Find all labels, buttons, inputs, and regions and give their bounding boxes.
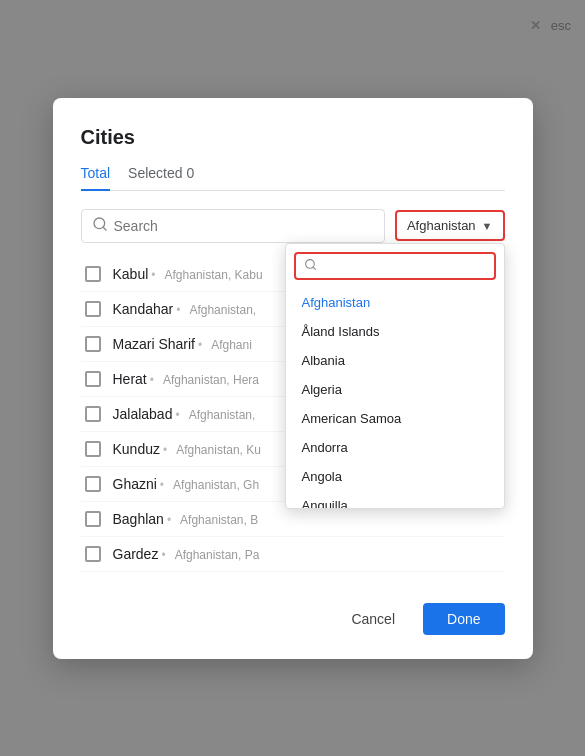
city-name: Mazari Sharif•Afghani (113, 335, 252, 353)
city-subtext: Afghanistan, Ku (176, 443, 261, 457)
city-checkbox[interactable] (85, 371, 101, 387)
city-subtext: Afghanistan, B (180, 513, 258, 527)
done-button[interactable]: Done (423, 603, 504, 635)
city-name-text: Kunduz (113, 441, 160, 457)
tab-bar: Total Selected 0 (81, 165, 505, 191)
city-name-text: Baghlan (113, 511, 164, 527)
city-name-text: Gardez (113, 546, 159, 562)
city-checkbox[interactable] (85, 301, 101, 317)
dropdown-item[interactable]: American Samoa (286, 404, 504, 433)
city-subtext: Afghani (211, 338, 252, 352)
separator-dot: • (151, 268, 155, 282)
dropdown-item[interactable]: Anguilla (286, 491, 504, 508)
city-checkbox[interactable] (85, 441, 101, 457)
city-checkbox[interactable] (85, 546, 101, 562)
table-row: Khost•Afghanistan, Kho (81, 572, 505, 577)
city-name: Kandahar•Afghanistan, (113, 300, 257, 318)
separator-dot: • (198, 338, 202, 352)
modal-title: Cities (81, 126, 505, 149)
dropdown-item[interactable]: Algeria (286, 375, 504, 404)
city-checkbox[interactable] (85, 266, 101, 282)
tab-selected[interactable]: Selected 0 (128, 165, 194, 191)
separator-dot: • (176, 303, 180, 317)
city-name-text: Herat (113, 371, 147, 387)
dropdown-item[interactable]: Åland Islands (286, 317, 504, 346)
search-input[interactable] (114, 218, 374, 234)
city-name: Herat•Afghanistan, Hera (113, 370, 260, 388)
city-name: Gardez•Afghanistan, Pa (113, 545, 260, 563)
close-icon: ✕ (525, 14, 547, 36)
dropdown-item[interactable]: Albania (286, 346, 504, 375)
dropdown-search-row (294, 252, 496, 280)
city-name-text: Kabul (113, 266, 149, 282)
separator-dot: • (167, 513, 171, 527)
city-checkbox[interactable] (85, 511, 101, 527)
search-box (81, 209, 385, 243)
city-name: Kabul•Afghanistan, Kabu (113, 265, 263, 283)
city-subtext: Afghanistan, Gh (173, 478, 259, 492)
city-name-text: Ghazni (113, 476, 157, 492)
dropdown-item[interactable]: Andorra (286, 433, 504, 462)
city-checkbox[interactable] (85, 476, 101, 492)
modal-footer: Cancel Done (81, 595, 505, 635)
selected-country-label: Afghanistan (407, 218, 476, 233)
modal-dialog: Cities Total Selected 0 Afghanistan ▼ (53, 98, 533, 659)
city-checkbox[interactable] (85, 406, 101, 422)
city-name: Baghlan•Afghanistan, B (113, 510, 259, 528)
city-subtext: Afghanistan, Kabu (165, 268, 263, 282)
city-name: Kunduz•Afghanistan, Ku (113, 440, 261, 458)
separator-dot: • (175, 408, 179, 422)
separator-dot: • (160, 478, 164, 492)
city-subtext: Afghanistan, Pa (175, 548, 260, 562)
separator-dot: • (163, 443, 167, 457)
country-dropdown-button[interactable]: Afghanistan ▼ (395, 210, 505, 241)
city-name-text: Kandahar (113, 301, 174, 317)
dropdown-search-icon (304, 258, 317, 274)
dropdown-list: AfghanistanÅland IslandsAlbaniaAlgeriaAm… (286, 288, 504, 508)
city-subtext: Afghanistan, (189, 303, 256, 317)
svg-line-1 (103, 227, 106, 230)
table-row: Gardez•Afghanistan, Pa (81, 537, 505, 572)
separator-dot: • (150, 373, 154, 387)
city-name: Ghazni•Afghanistan, Gh (113, 475, 260, 493)
dropdown-item[interactable]: Afghanistan (286, 288, 504, 317)
cancel-button[interactable]: Cancel (335, 603, 411, 635)
svg-line-3 (313, 267, 315, 269)
dropdown-item[interactable]: Angola (286, 462, 504, 491)
dropdown-search-input[interactable] (323, 258, 486, 273)
city-subtext: Afghanistan, (189, 408, 256, 422)
esc-label: esc (551, 18, 571, 33)
city-name-text: Jalalabad (113, 406, 173, 422)
close-button[interactable]: ✕ esc (525, 14, 571, 36)
country-dropdown-panel: AfghanistanÅland IslandsAlbaniaAlgeriaAm… (285, 243, 505, 509)
city-subtext: Afghanistan, Hera (163, 373, 259, 387)
city-checkbox[interactable] (85, 336, 101, 352)
chevron-down-icon: ▼ (482, 220, 493, 232)
city-name: Jalalabad•Afghanistan, (113, 405, 256, 423)
search-icon (92, 216, 108, 236)
city-name-text: Mazari Sharif (113, 336, 195, 352)
search-country-row: Afghanistan ▼ AfghanistanÅland IslandsAl… (81, 209, 505, 243)
tab-total[interactable]: Total (81, 165, 111, 191)
separator-dot: • (161, 548, 165, 562)
